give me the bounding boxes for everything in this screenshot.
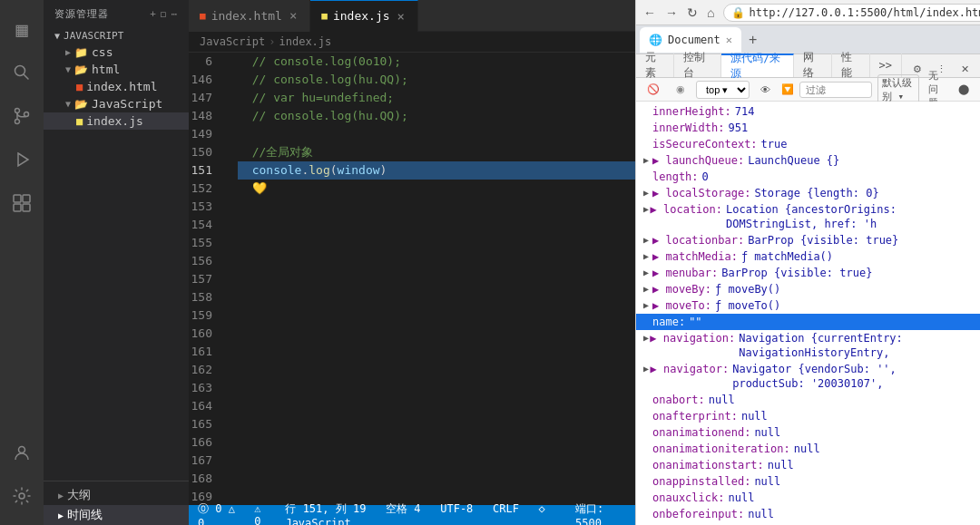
browser-nav-forward[interactable]: → [662,4,681,22]
settings-icon[interactable] [0,474,44,518]
line-149: 149 [189,125,227,143]
prop-value: null [709,393,735,407]
prop-row[interactable]: ▶▶ menubar: BarProp {visible: true} [636,265,980,281]
prop-row[interactable]: ▶▶ launchQueue: LaunchQueue {} [636,152,980,169]
sidebar-item-index-html[interactable]: ■ index.html [44,78,189,95]
browser-tab-close[interactable]: ✕ [726,34,732,46]
line-157: 157 [189,270,227,288]
prop-row[interactable]: onauxclick: null [636,490,980,506]
prop-key: onabort: [652,393,705,407]
line-148: 148 [189,107,227,125]
line-160: 160 [189,325,227,343]
devtools-tab-elements[interactable]: 元素 [636,53,674,77]
prop-row[interactable]: ▶▶ moveBy: ƒ moveBy() [636,281,980,297]
prop-row[interactable]: length: 0 [636,169,980,185]
new-folder-icon[interactable]: ◻ [161,8,168,20]
prop-value: 0 [702,170,709,184]
editor-area: ■ index.html × ■ index.js × JavaScript ›… [189,0,635,525]
extensions-icon[interactable] [0,181,44,225]
prop-row[interactable]: ▶▶ localStorage: Storage {length: 0} [636,185,980,201]
prop-row[interactable]: onanimationiteration: null [636,441,980,457]
tab-close-html[interactable]: × [288,7,299,24]
code-content[interactable]: // console.log(0o10); // console.log(hu.… [234,53,635,505]
port-info: 端口: 5500 [575,501,626,526]
devtools-tab-sources[interactable]: 源代码/来源 [721,53,794,77]
prop-expand-icon [643,104,652,119]
prop-expand-icon [643,442,652,456]
search-icon[interactable] [0,51,44,94]
prop-expand-icon [643,121,652,135]
prop-row[interactable]: onappinstalled: null [636,473,980,490]
url-bar[interactable]: 🔒 http://127.0.0.1:5500/html/index.html [723,4,980,22]
section-javascript[interactable]: ▼ JAVASCRIPT [44,28,189,44]
prop-row[interactable]: onbeforeinput: null [636,506,980,522]
prop-row[interactable]: name: "" [636,314,980,330]
prop-row[interactable]: innerHeight: 714 [636,103,980,120]
tab-close-js[interactable]: × [396,8,407,24]
browser-nav-refresh[interactable]: ↻ [683,4,701,22]
console-sidebar-toggle[interactable]: ⬤ [953,82,975,97]
breadcrumb-part-1: JavaScript [200,35,265,48]
code-line-150: //全局对象 [238,143,635,161]
devtools-close-btn[interactable]: ✕ [956,62,975,77]
prop-row[interactable]: ▶▶ location: Location {ancestorOrigins: … [636,201,980,232]
line-146: 146 [189,71,227,89]
browser-tab-document[interactable]: 🌐 Document ✕ [640,27,741,53]
frame-selector[interactable]: top ▾ [696,81,750,99]
prop-row[interactable]: ▶▶ moveTo: ƒ moveTo() [636,297,980,314]
sidebar-item-outline[interactable]: ▶ 大纲 [44,485,189,505]
sidebar-item-html[interactable]: ▼ 📂 html [44,61,189,78]
prop-row[interactable]: isSecureContext: true [636,136,980,152]
devtools-tab-console[interactable]: 控制台 [674,53,721,77]
prop-row[interactable]: innerWidth: 951 [636,120,980,136]
default-level-selector[interactable]: 默认级别 ▾ [877,74,919,105]
tab-index-js[interactable]: ■ index.js × [310,0,418,32]
section-label: JAVASCRIPT [64,30,123,42]
prop-row[interactable]: onabort: null [636,392,980,408]
editor-content[interactable]: 6 146 147 148 149 150 151 152 153 154 15… [189,53,635,505]
filter-input[interactable] [799,82,872,98]
code-line-155 [238,234,635,252]
prop-row[interactable]: ▶▶ matchMedia: ƒ matchMedia() [636,248,980,265]
browser-nav-back[interactable]: ← [640,4,660,22]
prop-row[interactable]: onanimationstart: null [636,457,980,473]
prop-row[interactable]: ▶▶ locationbar: BarProp {visible: true} [636,232,980,248]
prop-expand-icon [643,393,652,407]
sidebar-item-javascript[interactable]: ▼ 📂 JavaScript [44,95,189,112]
sidebar-item-timeline[interactable]: ▶ 时间线 [44,505,189,525]
line-164: 164 [189,397,227,415]
prop-key: ▶ menubar: [652,266,718,280]
browser-top-bar: ← → ↻ ⌂ 🔒 http://127.0.0.1:5500/html/ind… [636,0,980,25]
account-icon[interactable] [0,431,44,474]
console-clear-icon[interactable]: 🚫 [642,82,665,97]
console-filter-toggle[interactable]: ◉ [671,82,691,97]
tab-label-html: index.html [211,9,282,23]
prop-value: BarProp {visible: true} [721,266,872,280]
prop-expand-icon [643,458,652,472]
debug-icon[interactable] [0,138,44,181]
url-text: http://127.0.0.1:5500/html/index.html [749,6,980,19]
new-browser-tab[interactable]: + [743,30,762,50]
devtools-tab-network[interactable]: 网络 [794,53,832,77]
prop-row[interactable]: ▶▶ navigator: Navigator {vendorSub: '', … [636,361,980,392]
browser-nav-home[interactable]: ⌂ [703,4,718,22]
sidebar-item-css[interactable]: ▶ 📁 css [44,44,189,61]
devtools-content[interactable]: innerHeight: 714 innerWidth: 951 isSecur… [636,102,980,525]
prop-row[interactable]: onanimationend: null [636,424,980,441]
prop-row[interactable]: onafterprint: null [636,408,980,424]
tab-index-html[interactable]: ■ index.html × [189,0,310,32]
line-168: 168 [189,470,227,488]
source-control-icon[interactable] [0,94,44,138]
prop-expand-icon [643,409,652,423]
svg-point-11 [19,447,25,453]
new-file-icon[interactable]: + [150,8,157,20]
console-eye-icon[interactable]: 👁 [755,83,776,97]
more-icon[interactable]: ⋯ [171,8,178,20]
chevron-right-icon: ▶ [65,47,71,57]
prop-key: ▶ navigation: [650,331,735,360]
sidebar-item-index-js[interactable]: ■ index.js [44,112,189,130]
prop-row[interactable]: ▶▶ navigation: Navigation {currentEntry:… [636,330,980,361]
devtools-tab-performance[interactable]: 性能 [832,53,870,77]
devtools-console-toolbar: 🚫 ◉ top ▾ 👁 🔽 默认级别 ▾ 无问题 ⬤ [636,78,980,102]
files-icon[interactable]: ▦ [0,7,44,51]
